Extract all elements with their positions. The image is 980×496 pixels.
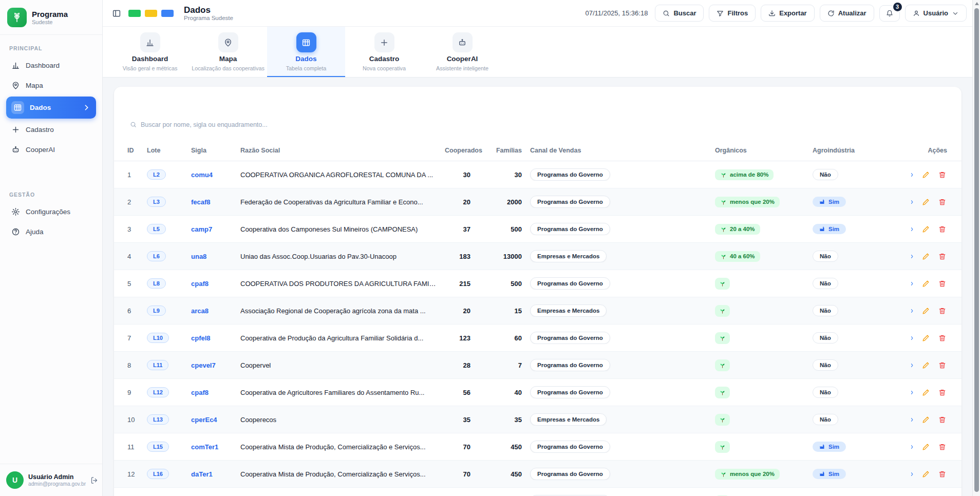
sidebar-item-dashboard[interactable]: Dashboard: [6, 56, 96, 74]
page-title: Dados: [184, 5, 233, 15]
view-button[interactable]: [911, 306, 914, 316]
view-button[interactable]: [911, 333, 914, 343]
familias-value: 500: [475, 225, 526, 233]
view-button[interactable]: [911, 469, 914, 479]
delete-button[interactable]: [937, 170, 947, 180]
table-search: [124, 117, 308, 132]
lot-badge: L16: [147, 469, 169, 479]
col-organicos: Orgânicos: [711, 140, 808, 161]
agroindustry-badge: Sim: [813, 442, 846, 452]
edit-button[interactable]: [921, 360, 931, 370]
sigla-link[interactable]: camp7: [191, 225, 212, 233]
sigla-link[interactable]: cpfel8: [191, 334, 211, 342]
lot-badge: L15: [147, 442, 169, 452]
refresh-button[interactable]: Atualizar: [820, 5, 874, 22]
view-button[interactable]: [911, 442, 914, 452]
notifications-button[interactable]: 3: [879, 5, 900, 22]
export-button[interactable]: Exportar: [761, 5, 814, 22]
delete-button[interactable]: [937, 306, 947, 316]
scrollbar-thumb[interactable]: [974, 8, 979, 492]
page-subtitle: Programa Sudeste: [184, 15, 233, 21]
view-button[interactable]: [911, 388, 914, 397]
sidebar-item-label: Configurações: [26, 208, 70, 216]
tab-dashboard[interactable]: Dashboard Visão geral e métricas: [111, 27, 189, 77]
table-search-input[interactable]: [141, 121, 303, 128]
delete-button[interactable]: [937, 333, 947, 343]
sidebar-item-dados[interactable]: Dados: [6, 97, 96, 119]
sigla-link[interactable]: cperEc4: [191, 416, 217, 424]
delete-button[interactable]: [937, 415, 947, 425]
edit-button[interactable]: [921, 224, 931, 234]
delete-button[interactable]: [937, 197, 947, 207]
edit-button[interactable]: [921, 170, 931, 180]
sidebar-item-label: Cadastro: [26, 126, 54, 133]
pencil-icon: [922, 416, 930, 424]
sales-channel-badge: Empresas e Mercados: [530, 250, 607, 262]
chevron-down-icon: [952, 10, 959, 17]
sigla-link[interactable]: arca8: [191, 307, 209, 315]
scrollbar-up-arrow[interactable]: [975, 2, 979, 5]
tab-cooperai[interactable]: CooperAI Assistente inteligente: [423, 27, 501, 77]
sidebar-toggle-icon[interactable]: [112, 9, 121, 18]
view-button[interactable]: [911, 224, 914, 234]
sigla-link[interactable]: cpaf8: [191, 280, 209, 288]
factory-icon: [819, 226, 825, 232]
sidebar-item-configuracoes[interactable]: Configurações: [6, 203, 96, 221]
view-button[interactable]: [911, 170, 914, 180]
col-sigla: Sigla: [187, 140, 236, 161]
card-export-button[interactable]: Exportar: [898, 94, 951, 110]
sidebar-item-cadastro[interactable]: Cadastro: [6, 121, 96, 139]
delete-button[interactable]: [937, 279, 947, 289]
sigla-link[interactable]: una8: [191, 253, 206, 260]
sigla-link[interactable]: comu4: [191, 171, 213, 179]
organic-badge: acima de 80%: [715, 169, 774, 180]
delete-button[interactable]: [937, 360, 947, 370]
view-button[interactable]: [911, 279, 914, 289]
scrollbar[interactable]: [972, 0, 980, 496]
organic-badge: 40 a 60%: [715, 251, 760, 262]
familias-value: 13000: [475, 253, 526, 260]
delete-button[interactable]: [937, 224, 947, 234]
view-button[interactable]: [911, 197, 914, 207]
cooperados-value: 20: [441, 198, 475, 206]
edit-button[interactable]: [921, 252, 931, 261]
edit-button[interactable]: [921, 442, 931, 452]
delete-button[interactable]: [937, 469, 947, 479]
user-menu-button[interactable]: Usuário: [905, 5, 967, 22]
view-button[interactable]: [911, 360, 914, 370]
organic-badge: [715, 387, 730, 398]
edit-button[interactable]: [921, 279, 931, 289]
col-familias: Famílias: [475, 140, 526, 161]
edit-button[interactable]: [921, 197, 931, 207]
edit-button[interactable]: [921, 469, 931, 479]
sales-channel-badge: Programas do Governo: [530, 386, 610, 398]
edit-button[interactable]: [921, 415, 931, 425]
sigla-link[interactable]: daTer1: [191, 470, 213, 478]
delete-button[interactable]: [937, 252, 947, 261]
sigla-link[interactable]: fecaf8: [191, 198, 211, 206]
view-button[interactable]: [911, 252, 914, 261]
tab-mapa[interactable]: Mapa Localização das cooperativas: [189, 27, 267, 77]
delete-button[interactable]: [937, 442, 947, 452]
card-filters-button[interactable]: Filtros: [847, 94, 893, 110]
sidebar-item-cooperai[interactable]: CooperAI: [6, 141, 96, 159]
tab-cadastro[interactable]: Cadastro Nova cooperativa: [345, 27, 423, 77]
logout-icon[interactable]: [90, 476, 98, 484]
content-area: Cooperativas Cadastradas 16 registros Fi…: [103, 78, 980, 496]
sidebar-item-mapa[interactable]: Mapa: [6, 77, 96, 94]
edit-button[interactable]: [921, 388, 931, 397]
view-button[interactable]: [911, 415, 914, 425]
edit-button[interactable]: [921, 306, 931, 316]
edit-button[interactable]: [921, 333, 931, 343]
filters-button[interactable]: Filtros: [709, 5, 756, 22]
search-button[interactable]: Buscar: [655, 5, 704, 22]
sigla-link[interactable]: cpevel7: [191, 361, 216, 369]
cooperatives-table: ID Lote Sigla Razão Social Cooperados Fa…: [114, 140, 962, 496]
tab-dados[interactable]: Dados Tabela completa: [267, 27, 345, 77]
sidebar-item-ajuda[interactable]: Ajuda: [6, 223, 96, 241]
trash-icon: [938, 416, 946, 424]
filter-icon: [717, 10, 724, 17]
delete-button[interactable]: [937, 388, 947, 397]
sigla-link[interactable]: comTer1: [191, 443, 218, 451]
sigla-link[interactable]: cpaf8: [191, 389, 209, 396]
